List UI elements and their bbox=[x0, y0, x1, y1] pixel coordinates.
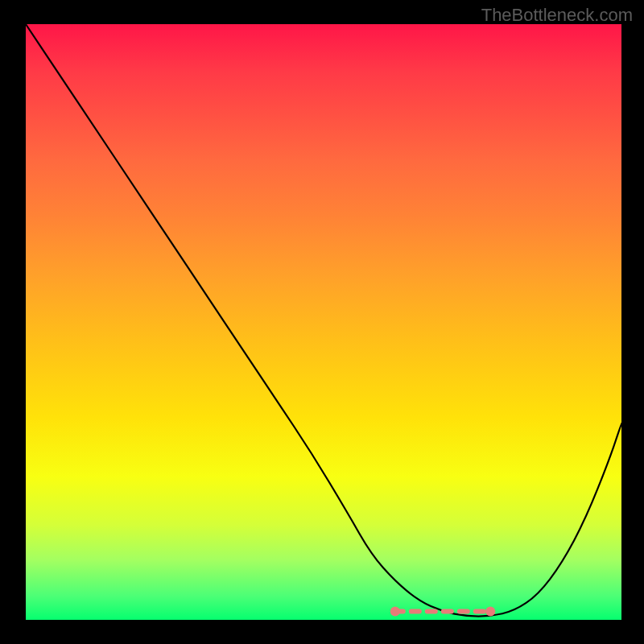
chart-plot-area bbox=[26, 24, 621, 620]
chart-svg-overlay bbox=[26, 24, 621, 620]
bottleneck-curve-path bbox=[26, 24, 621, 617]
optimal-region-end-dot bbox=[485, 607, 495, 617]
watermark-text: TheBottleneck.com bbox=[481, 5, 633, 26]
optimal-region-start-dot bbox=[390, 607, 400, 617]
